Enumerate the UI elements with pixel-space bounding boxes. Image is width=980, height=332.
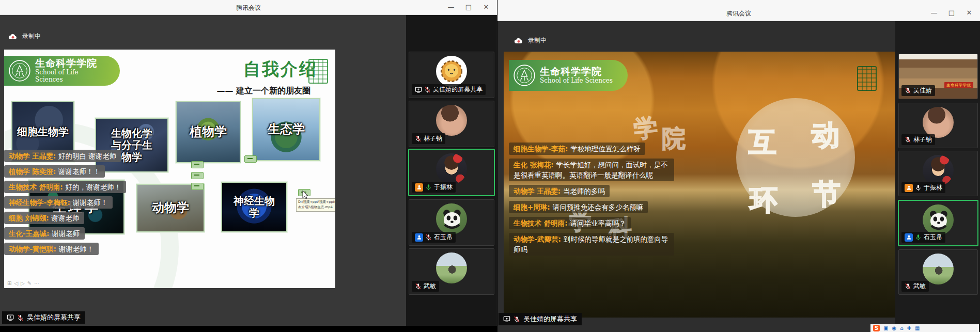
participant-tile[interactable]: 吴佳婧的屏幕共享 — [409, 52, 494, 98]
university-seal-icon — [8, 59, 31, 82]
close-button[interactable]: ✕ — [960, 8, 978, 18]
member-badge-icon — [905, 184, 913, 192]
chat-message: 生化-王嘉诚:谢谢老师 — [4, 227, 85, 240]
close-button[interactable]: ✕ — [477, 2, 495, 12]
screen-share-icon — [415, 86, 422, 93]
circle-char: 环 — [750, 182, 777, 219]
taskbar-icon[interactable]: ▦ — [915, 325, 920, 331]
chat-text: 谢谢老师 — [52, 214, 80, 222]
participant-tile[interactable]: 石玉帛 — [409, 199, 494, 246]
mic-muted-icon — [415, 135, 422, 142]
s-app-icon[interactable]: S — [873, 325, 880, 331]
member-badge-icon — [415, 233, 423, 242]
share-label-text: 吴佳婧的屏幕共享 — [27, 313, 81, 322]
participant-name: 石玉帛 — [434, 233, 453, 242]
maximize-button[interactable]: □ — [460, 2, 477, 12]
panda-avatar-icon — [436, 203, 467, 234]
avatar — [436, 56, 467, 87]
share-label-text: 吴佳婧的屏幕共享 — [523, 314, 577, 324]
video-link-button — [191, 183, 204, 190]
next-slide-icon[interactable]: ▷ — [21, 280, 25, 286]
chat-sender: 生物技术 舒明雨: — [9, 183, 63, 191]
subject-tile-neurobiology: 神经生物 学 — [221, 182, 287, 232]
mic-active-icon — [915, 234, 922, 241]
chat-message: 生物技术 舒明雨:请问毕业率高吗？ — [509, 217, 631, 229]
taskbar[interactable]: S ▣ ◉ ⌂ ✚ ▦ — [870, 324, 979, 332]
participant-name: 吴佳婧 — [913, 86, 932, 95]
chat-sender: 神经生物学-李梅钰: — [9, 198, 70, 207]
participant-tile[interactable]: 武敏 — [409, 248, 494, 295]
participant-tile[interactable]: 于振林 — [408, 149, 495, 196]
chat-sender: 生化 张梅花: — [514, 161, 554, 169]
participant-name: 林子钠 — [913, 135, 932, 144]
taskbar-icon[interactable]: ✚ — [907, 325, 911, 331]
subject-tile-zoology: 动物学 — [136, 184, 205, 232]
participant-tile[interactable]: 于振林 — [898, 151, 978, 196]
avatar — [436, 153, 467, 184]
recording-label: 录制中 — [22, 32, 41, 41]
titlebar: 腾讯会议 — □ ✕ — [497, 0, 980, 21]
pen-icon[interactable]: ✎ — [27, 280, 32, 286]
chat-sender: 细胞+周琳: — [514, 203, 550, 211]
lion-avatar-icon — [436, 56, 467, 87]
watermark-text: 学 — [632, 112, 659, 146]
taskbar-icon[interactable]: ⌂ — [900, 325, 903, 331]
participant-tile[interactable]: 林子钠 — [898, 103, 978, 148]
participant-name: 石玉帛 — [924, 233, 942, 242]
participant-name: 于振林 — [434, 183, 453, 192]
chat-message: 动物学 王晶雯:好的明白 谢谢老师 — [4, 150, 121, 162]
chat-message: 细胞+周琳:请问预推免还会有多少名额嘛 — [509, 201, 648, 213]
participant-tile[interactable]: 林子钠 — [409, 101, 494, 147]
participant-name: 于振林 — [924, 183, 942, 192]
minimize-button[interactable]: — — [442, 2, 460, 12]
circle-char: 动 — [812, 117, 839, 154]
titlebar: 腾讯会议 — □ ✕ — [0, 0, 497, 15]
recording-indicator: 录制中 — [8, 32, 41, 41]
screen-share-label: 吴佳婧的屏幕共享 — [2, 311, 85, 324]
more-icon[interactable]: ⋯ — [34, 280, 39, 286]
taskbar-icon[interactable]: ▣ — [883, 325, 888, 331]
mic-muted-icon — [425, 234, 432, 241]
chat-sender: 动物学 王晶雯: — [514, 187, 561, 195]
chat-message: 动物学-武卿芸:到时候的导师就是之前填的意向导师吗 — [509, 233, 674, 256]
participant-tile[interactable]: 武敏 — [898, 249, 978, 295]
window-title: 腾讯会议 — [0, 4, 497, 12]
chat-message: 动物学 王晶雯:当老师的多吗 — [509, 185, 610, 197]
minimize-button[interactable]: — — [925, 8, 943, 18]
subject-tile-botany: 植物学 — [176, 101, 241, 163]
mic-muted-icon — [905, 283, 911, 290]
mouse-cursor-icon — [302, 190, 308, 199]
chat-text: 谢谢老师！ — [73, 198, 108, 207]
recording-indicator: 录制中 — [514, 36, 547, 45]
slide-title: 自我介绍 — [243, 58, 318, 81]
mic-muted-icon — [415, 283, 422, 290]
interactive-session-circle: 互 动 环 节 — [736, 98, 855, 217]
circle-char: 互 — [749, 124, 776, 162]
screen-share-label: 吴佳婧的屏幕共享 — [499, 313, 582, 325]
green-seal-stamp — [857, 66, 877, 91]
college-logo-banner: 生命科学学院 School of Life Sciences — [4, 56, 120, 86]
chat-sender: 植物学 陈奕澄: — [9, 167, 56, 176]
mic-muted-icon — [905, 87, 911, 94]
circle-char: 节 — [813, 176, 841, 213]
avatar — [923, 155, 954, 186]
meeting-window-right: 腾讯会议 — □ ✕ 录制中 生命科学学院 School of Life Sci… — [497, 0, 980, 332]
avatar — [436, 105, 467, 136]
taskbar-icon[interactable]: ◉ — [892, 325, 896, 331]
prev-slide-icon[interactable]: ◁ — [14, 280, 18, 286]
chat-text: 学校地理位置怎么样呀 — [571, 145, 641, 153]
chat-text: 好的明白 谢谢老师 — [58, 152, 116, 160]
presenter-toolbar[interactable]: ⊞ ◁ ▷ ✎ ⋯ — [7, 280, 39, 286]
avatar — [923, 107, 954, 138]
college-name-cn: 生命科学学院 — [35, 58, 106, 69]
maximize-button[interactable]: □ — [943, 8, 960, 18]
university-seal-icon — [513, 64, 536, 87]
grid-icon[interactable]: ⊞ — [7, 280, 11, 286]
shared-video: 生命科学学院 School of Life Sciences 学 院 学 科 互… — [504, 52, 896, 318]
participant-tile[interactable]: 生命科学学院 吴佳婧 — [898, 54, 978, 99]
chat-sender: 生化-王嘉诚: — [9, 229, 50, 238]
mic-active-icon — [425, 184, 432, 191]
college-name-cn: 生命科学学院 — [540, 66, 613, 77]
college-logo-banner: 生命科学学院 School of Life Sciences — [509, 60, 628, 91]
participant-tile[interactable]: 石玉帛 — [898, 200, 978, 246]
